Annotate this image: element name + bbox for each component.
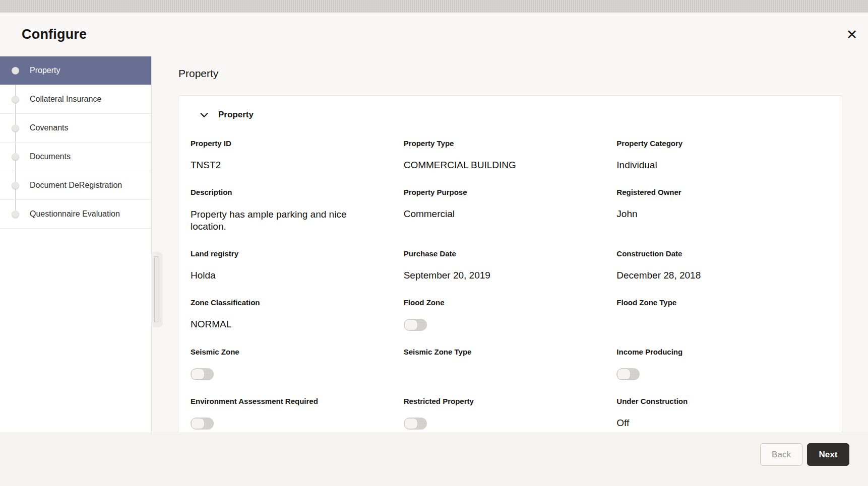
next-button[interactable]: Next — [807, 443, 849, 466]
field-value — [616, 319, 830, 330]
seismic-zone-toggle[interactable] — [191, 368, 214, 380]
field-construction-date: Construction Date December 28, 2018 — [616, 249, 830, 282]
sidebar-item-collateral-insurance[interactable]: Collateral Insurance — [0, 85, 151, 114]
income-producing-toggle[interactable] — [616, 368, 640, 380]
field-label: Under Construction — [616, 397, 830, 405]
step-bullet-icon — [12, 182, 19, 189]
sidebar-item-label: Covenants — [30, 123, 69, 132]
sidebar-item-label: Collateral Insurance — [30, 95, 101, 104]
toggle-knob-icon — [405, 320, 417, 330]
sidebar-item-label: Document DeRegistration — [30, 181, 122, 190]
field-label: Property Category — [616, 139, 830, 148]
step-bullet-icon — [12, 153, 19, 161]
sidebar-item-questionnaire-evaluation[interactable]: Questionnaire Evaluation — [0, 200, 151, 229]
flood-zone-toggle[interactable] — [404, 319, 427, 331]
field-value — [404, 368, 617, 380]
field-value: TNST2 — [191, 160, 404, 171]
field-property-id: Property ID TNST2 — [191, 139, 404, 171]
field-label: Seismic Zone Type — [404, 348, 617, 356]
dialog-footer: Back Next — [0, 432, 868, 486]
field-label: Description — [191, 188, 404, 196]
restricted-property-toggle[interactable] — [404, 418, 427, 430]
field-value: Individual — [616, 160, 830, 171]
sidebar-item-documents[interactable]: Documents — [0, 143, 151, 171]
field-seismic-zone-type: Seismic Zone Type — [404, 348, 617, 380]
field-label: Construction Date — [616, 249, 830, 258]
toggle-knob-icon — [405, 419, 417, 429]
sidebar-item-label: Property — [30, 66, 60, 75]
property-section-header[interactable]: Property — [191, 109, 830, 120]
sidebar-item-covenants[interactable]: Covenants — [0, 114, 151, 143]
field-grid: Property ID TNST2 Property Type COMMERCI… — [191, 139, 830, 432]
toggle-knob-icon — [192, 419, 204, 429]
sidebar-item-label: Documents — [30, 152, 71, 161]
field-label: Property Purpose — [404, 188, 617, 196]
step-bullet-icon — [12, 67, 19, 75]
section-title: Property — [218, 110, 254, 120]
field-under-construction: Under Construction Off — [616, 397, 830, 430]
dialog-body: Property Collateral Insurance Covenants … — [0, 56, 868, 432]
step-bullet-icon — [12, 96, 19, 103]
field-label: Seismic Zone — [191, 348, 404, 356]
step-bullet-icon — [12, 211, 19, 218]
field-label: Flood Zone Type — [616, 298, 830, 307]
configure-dialog: Configure ✕ Property Collateral Insuranc… — [0, 13, 868, 486]
page-title: Property — [178, 67, 842, 80]
sidebar-item-document-deregistration[interactable]: Document DeRegistration — [0, 171, 151, 200]
toggle-knob-icon — [617, 369, 630, 379]
main-content: Property Property Property ID TNST2 Prop… — [152, 56, 868, 432]
field-registered-owner: Registered Owner John — [616, 188, 830, 233]
field-seismic-zone: Seismic Zone — [191, 348, 404, 380]
field-description: Description Property has ample parking a… — [191, 188, 404, 233]
environment-assessment-toggle[interactable] — [191, 418, 214, 430]
field-value: Property has ample parking and nice loca… — [191, 209, 368, 233]
field-value: Off — [616, 418, 830, 429]
step-bullet-icon — [12, 124, 19, 132]
dialog-title: Configure — [22, 27, 87, 42]
field-land-registry: Land registry Holda — [191, 249, 404, 282]
property-card: Property Property ID TNST2 Property Type… — [178, 95, 842, 432]
field-label: Environment Assessment Required — [191, 397, 404, 405]
field-restricted-property: Restricted Property — [404, 397, 617, 430]
field-label: Property Type — [404, 139, 617, 148]
field-value: September 20, 2019 — [404, 270, 617, 282]
field-label: Land registry — [191, 249, 404, 258]
screen: { "window": { "title": "Configure", "clo… — [0, 0, 868, 486]
field-label: Property ID — [191, 139, 404, 148]
field-label: Income Producing — [616, 348, 830, 356]
field-value: NORMAL — [191, 319, 404, 330]
field-property-category: Property Category Individual — [616, 139, 830, 171]
field-label: Registered Owner — [616, 188, 830, 196]
field-purchase-date: Purchase Date September 20, 2019 — [404, 249, 617, 282]
chevron-down-icon — [199, 109, 210, 120]
field-label: Zone Classification — [191, 298, 404, 307]
back-button[interactable]: Back — [760, 443, 802, 466]
field-property-type: Property Type COMMERCIAL BUILDING — [404, 139, 617, 171]
field-flood-zone: Flood Zone — [404, 298, 617, 331]
dialog-header: Configure ✕ — [0, 13, 868, 56]
field-zone-classification: Zone Classification NORMAL — [191, 298, 404, 331]
step-sidebar: Property Collateral Insurance Covenants … — [0, 56, 152, 432]
field-flood-zone-type: Flood Zone Type — [616, 298, 830, 331]
field-value: Commercial — [404, 209, 617, 220]
desktop-background-strip — [0, 0, 868, 13]
field-environment-assessment-required: Environment Assessment Required — [191, 397, 404, 430]
field-value: Holda — [191, 270, 404, 282]
field-property-purpose: Property Purpose Commercial — [404, 188, 617, 233]
field-value: COMMERCIAL BUILDING — [404, 160, 617, 171]
field-label: Purchase Date — [404, 249, 617, 258]
field-value: John — [616, 209, 830, 220]
close-icon[interactable]: ✕ — [843, 26, 861, 44]
field-income-producing: Income Producing — [616, 348, 830, 380]
field-label: Restricted Property — [404, 397, 617, 405]
field-label: Flood Zone — [404, 298, 617, 307]
sidebar-item-property[interactable]: Property — [0, 56, 151, 85]
sidebar-item-label: Questionnaire Evaluation — [30, 210, 120, 219]
toggle-knob-icon — [192, 369, 204, 379]
field-value: December 28, 2018 — [616, 270, 830, 282]
